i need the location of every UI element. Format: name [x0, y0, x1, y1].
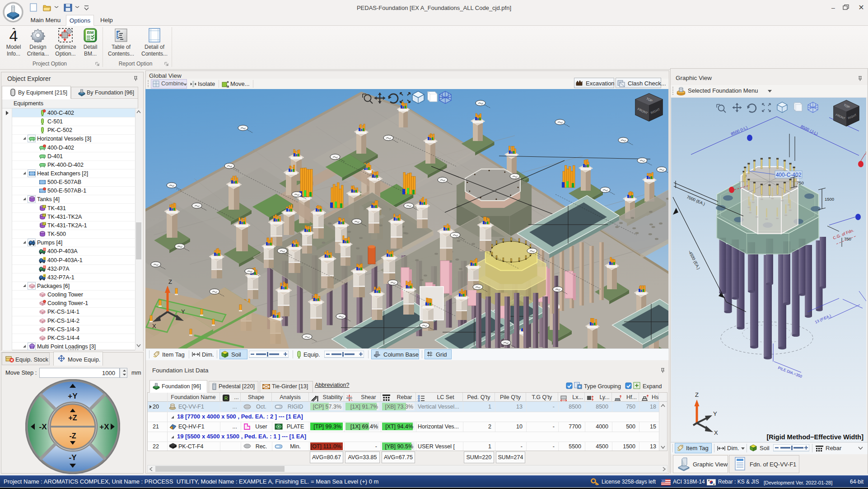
- svg-text:-Z: -Z: [69, 432, 76, 440]
- svg-text:R: R: [224, 396, 228, 401]
- svg-text:Z: Z: [695, 391, 699, 398]
- svg-text:750: 750: [797, 180, 804, 185]
- svg-text:Z: Z: [168, 278, 172, 285]
- svg-text:T1: T1: [43, 222, 46, 225]
- svg-text:T2: T2: [43, 205, 46, 208]
- svg-text:750: 750: [844, 236, 851, 241]
- svg-text:-X: -X: [39, 423, 47, 431]
- svg-text:X: X: [152, 323, 156, 329]
- svg-text:X: X: [714, 429, 718, 436]
- svg-text:+X: +X: [99, 423, 109, 431]
- svg-text:+Z: +Z: [68, 414, 77, 422]
- svg-text:BM: BM: [87, 30, 94, 35]
- svg-text:1500: 1500: [825, 197, 834, 202]
- svg-text:D: D: [44, 266, 46, 268]
- svg-text:T5: T5: [43, 214, 46, 216]
- svg-text:4: 4: [9, 28, 18, 42]
- svg-text:S: S: [44, 257, 46, 260]
- svg-text:Y: Y: [181, 308, 185, 315]
- svg-text:+Y: +Y: [68, 392, 78, 400]
- svg-text:S: S: [44, 274, 46, 277]
- svg-text:Y: Y: [713, 410, 717, 417]
- svg-text:-Y: -Y: [69, 453, 77, 462]
- svg-text:400-C-402: 400-C-402: [776, 172, 802, 178]
- svg-text:[Rigid Method−Effective Width]: [Rigid Method−Effective Width]: [766, 433, 863, 441]
- svg-text:D: D: [44, 248, 46, 251]
